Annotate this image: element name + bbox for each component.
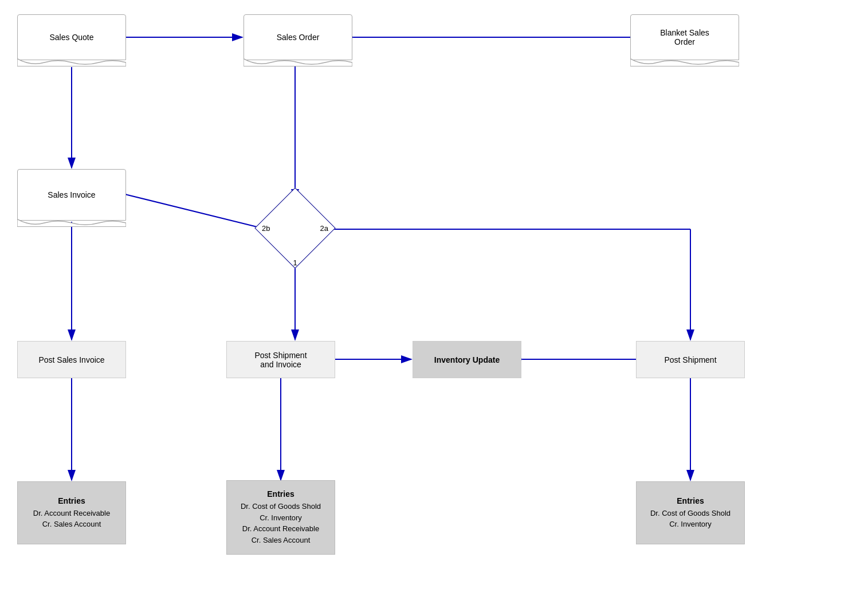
entries-right-box: Entries Dr. Cost of Goods SholdCr. Inven… (636, 481, 745, 544)
entries-left-lines: Dr. Account ReceivableCr. Sales Account (33, 508, 110, 530)
entries-middle-lines: Dr. Cost of Goods SholdCr. InventoryDr. … (241, 501, 321, 546)
entries-left-box: Entries Dr. Account ReceivableCr. Sales … (17, 481, 126, 544)
blanket-sales-order-node: Blanket SalesOrder (630, 14, 739, 60)
entries-right-title: Entries (677, 496, 704, 505)
sales-quote-node: Sales Quote (17, 14, 126, 60)
post-sales-invoice-label: Post Sales Invoice (38, 355, 104, 364)
sales-invoice-label: Sales Invoice (48, 190, 95, 199)
decision-diamond: 2b 2a 1 (266, 199, 324, 257)
diamond-shape (254, 187, 335, 268)
diagram-container: Sales Quote Sales Order Blanket SalesOrd… (0, 0, 860, 616)
post-shipment-and-invoice-label: Post Shipmentand Invoice (254, 351, 307, 369)
blanket-sales-order-label: Blanket SalesOrder (660, 28, 709, 46)
sales-invoice-node: Sales Invoice (17, 169, 126, 221)
post-sales-invoice-box: Post Sales Invoice (17, 341, 126, 378)
entries-left-title: Entries (58, 496, 85, 505)
post-shipment-box: Post Shipment (636, 341, 745, 378)
sales-order-label: Sales Order (277, 33, 320, 42)
inventory-update-label: Inventory Update (434, 355, 500, 364)
svg-line-6 (127, 195, 266, 229)
post-shipment-and-invoice-box: Post Shipmentand Invoice (226, 341, 335, 378)
entries-middle-box: Entries Dr. Cost of Goods SholdCr. Inven… (226, 480, 335, 555)
sales-order-node: Sales Order (244, 14, 352, 60)
inventory-update-box: Inventory Update (413, 341, 521, 378)
entries-middle-title: Entries (267, 489, 294, 499)
entries-right-lines: Dr. Cost of Goods SholdCr. Inventory (650, 508, 731, 530)
sales-quote-label: Sales Quote (49, 33, 93, 42)
post-shipment-label: Post Shipment (664, 355, 716, 364)
